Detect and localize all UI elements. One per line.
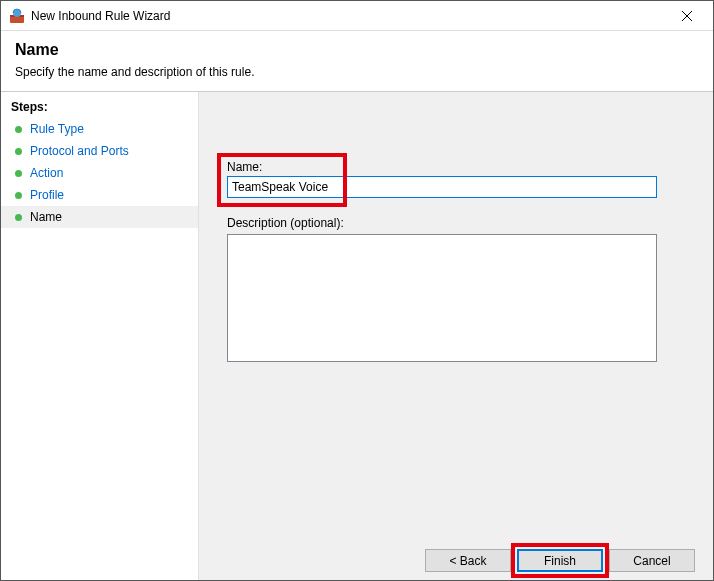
wizard-buttons: < Back Finish Cancel [425,549,695,572]
description-label: Description (optional): [227,216,685,230]
wizard-content: Name: Description (optional): < Back Fin… [199,92,713,581]
page-subtitle: Specify the name and description of this… [15,65,699,79]
step-link[interactable]: Action [30,166,63,180]
bullet-icon [15,192,22,199]
step-action[interactable]: Action [1,162,198,184]
bullet-icon [15,148,22,155]
step-protocol-ports[interactable]: Protocol and Ports [1,140,198,162]
titlebar: New Inbound Rule Wizard [1,1,713,31]
window-title: New Inbound Rule Wizard [31,9,170,23]
cancel-button[interactable]: Cancel [609,549,695,572]
step-label-current: Name [30,210,62,224]
page-title: Name [15,41,699,59]
step-rule-type[interactable]: Rule Type [1,118,198,140]
name-input[interactable] [227,176,657,198]
finish-button[interactable]: Finish [517,549,603,572]
step-link[interactable]: Profile [30,188,64,202]
steps-sidebar: Steps: Rule Type Protocol and Ports Acti… [1,92,199,581]
step-link[interactable]: Protocol and Ports [30,144,129,158]
close-icon [682,11,692,21]
step-name[interactable]: Name [1,206,198,228]
step-link[interactable]: Rule Type [30,122,84,136]
description-input[interactable] [227,234,657,362]
close-button[interactable] [667,2,707,30]
back-button[interactable]: < Back [425,549,511,572]
name-label: Name: [227,160,685,174]
bullet-icon [15,170,22,177]
wizard-header: Name Specify the name and description of… [1,31,713,91]
bullet-icon [15,214,22,221]
step-profile[interactable]: Profile [1,184,198,206]
bullet-icon [15,126,22,133]
firewall-icon [9,8,25,24]
steps-heading: Steps: [1,96,198,118]
